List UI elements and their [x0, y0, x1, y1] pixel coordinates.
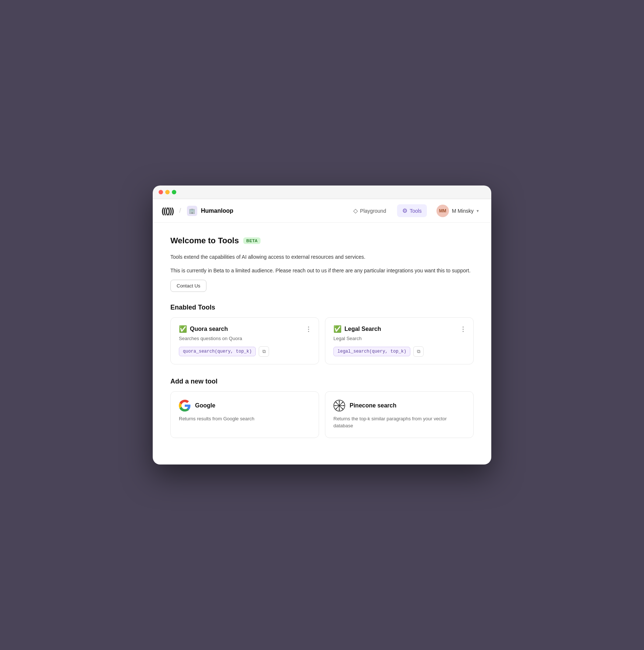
- pinecone-tool-name: Pinecone search: [350, 402, 396, 409]
- pinecone-svg-icon: [333, 400, 345, 411]
- contact-us-button[interactable]: Contact Us: [170, 280, 206, 292]
- user-section[interactable]: MM M Minsky ▾: [433, 202, 482, 219]
- tools-icon: ⚙: [402, 207, 407, 214]
- description-1: Tools extend the capabilities of AI allo…: [170, 253, 474, 261]
- legal-signature-row: legal_search(query, top_k) ⧉: [333, 346, 465, 357]
- chevron-down-icon: ▾: [477, 208, 479, 213]
- legal-card-header: ✅ Legal Search: [333, 325, 465, 333]
- playground-icon: ◇: [353, 207, 358, 214]
- quora-card-header: ✅ Quora search: [179, 325, 311, 333]
- browser-window: ((())) / 🏢 Humanloop ◇ Playground ⚙ Tool…: [153, 186, 491, 464]
- main-content: Welcome to Tools BETA Tools extend the c…: [153, 223, 491, 464]
- svg-point-5: [339, 400, 340, 402]
- legal-name-row: ✅ Legal Search: [333, 325, 381, 333]
- quora-signature-row: quora_search(query, top_k) ⧉: [179, 346, 311, 357]
- legal-copy-button[interactable]: ⧉: [413, 346, 424, 357]
- svg-point-12: [336, 408, 337, 409]
- svg-point-9: [336, 402, 337, 403]
- close-dot[interactable]: [159, 190, 163, 194]
- playground-label: Playground: [360, 208, 386, 214]
- legal-search-card: ✅ Legal Search Legal Search legal_search…: [325, 317, 474, 364]
- project-name-section: 🏢 Humanloop: [187, 206, 233, 216]
- pinecone-tool-card[interactable]: Pinecone search Returns the top-k simila…: [325, 391, 474, 438]
- quora-copy-button[interactable]: ⧉: [259, 346, 269, 357]
- user-name: M Minsky: [452, 208, 474, 214]
- svg-point-10: [342, 408, 343, 409]
- browser-chrome: [153, 186, 491, 199]
- description-2: This is currently in Beta to a limited a…: [170, 266, 474, 275]
- svg-point-7: [335, 405, 336, 406]
- google-tool-desc: Returns results from Google search: [179, 415, 311, 423]
- legal-tool-name: Legal Search: [344, 326, 381, 332]
- legal-check-icon: ✅: [333, 325, 342, 333]
- google-tool-card[interactable]: Google Returns results from Google searc…: [170, 391, 319, 438]
- quora-search-card: ✅ Quora search Searches questions on Quo…: [170, 317, 319, 364]
- enabled-tools-grid: ✅ Quora search Searches questions on Quo…: [170, 317, 474, 364]
- add-tool-title: Add a new tool: [170, 378, 474, 385]
- google-logo-icon: [179, 400, 191, 411]
- quora-name-row: ✅ Quora search: [179, 325, 228, 333]
- separator: /: [179, 207, 181, 215]
- logo: ((())): [162, 206, 173, 216]
- quora-check-icon: ✅: [179, 325, 187, 333]
- svg-point-8: [343, 405, 344, 406]
- tools-nav-item[interactable]: ⚙ Tools: [397, 204, 427, 217]
- quora-tool-desc: Searches questions on Quora: [179, 336, 311, 341]
- legal-tool-desc: Legal Search: [333, 336, 465, 341]
- page-content: ((())) / 🏢 Humanloop ◇ Playground ⚙ Tool…: [153, 199, 491, 464]
- legal-signature-badge: legal_search(query, top_k): [333, 347, 410, 356]
- google-tool-name: Google: [195, 402, 215, 409]
- pinecone-card-header: Pinecone search: [333, 400, 465, 411]
- maximize-dot[interactable]: [172, 190, 176, 194]
- svg-point-6: [339, 409, 340, 410]
- logo-icon: ((())): [162, 206, 173, 216]
- page-title: Welcome to Tools: [170, 236, 239, 245]
- google-card-header: Google: [179, 400, 311, 411]
- beta-badge: BETA: [243, 237, 261, 244]
- quora-more-menu[interactable]: [307, 325, 311, 333]
- quora-signature-badge: quora_search(query, top_k): [179, 347, 256, 356]
- browser-dots: [159, 190, 176, 194]
- pinecone-tool-desc: Returns the top-k similar paragraphs fro…: [333, 415, 465, 430]
- project-icon: 🏢: [187, 206, 197, 216]
- playground-nav-item[interactable]: ◇ Playground: [348, 204, 391, 217]
- project-name: Humanloop: [201, 208, 233, 214]
- quora-tool-name: Quora search: [190, 326, 228, 332]
- avatar: MM: [436, 205, 449, 217]
- svg-point-11: [342, 402, 343, 403]
- legal-more-menu[interactable]: [461, 325, 465, 333]
- new-tools-grid: Google Returns results from Google searc…: [170, 391, 474, 438]
- tools-label: Tools: [410, 208, 422, 214]
- minimize-dot[interactable]: [165, 190, 170, 194]
- navbar: ((())) / 🏢 Humanloop ◇ Playground ⚙ Tool…: [153, 199, 491, 223]
- page-header: Welcome to Tools BETA: [170, 236, 474, 245]
- pinecone-logo-icon: [333, 400, 345, 411]
- enabled-tools-title: Enabled Tools: [170, 304, 474, 311]
